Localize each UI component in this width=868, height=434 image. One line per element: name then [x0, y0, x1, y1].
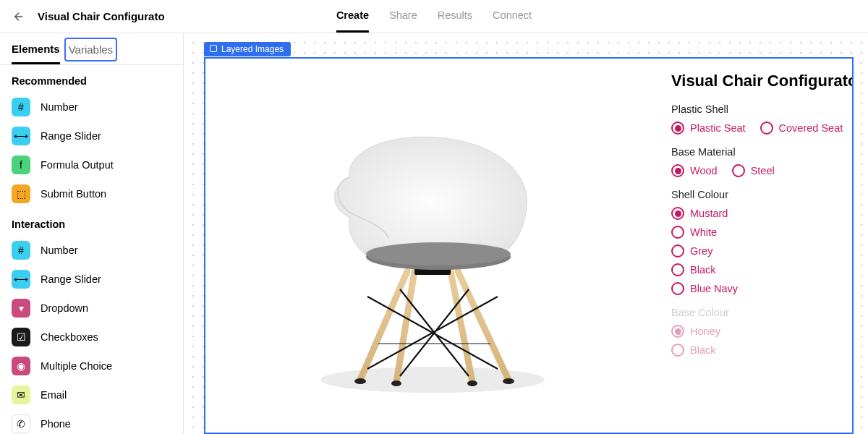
element-item-multiple-choice[interactable]: ◉Multiple Choice	[12, 352, 171, 380]
option-label: Steel	[751, 165, 775, 176]
option-group-title: Plastic Shell	[671, 103, 845, 115]
page-title-input[interactable]	[38, 10, 182, 22]
side-tabs: ElementsVariables	[0, 33, 183, 65]
radio-icon	[671, 244, 684, 258]
element-item-submit-button[interactable]: ⬚Submit Button	[12, 179, 171, 208]
option-label: Plastic Seat	[690, 122, 746, 134]
side-tab-elements[interactable]: Elements	[12, 43, 60, 64]
number-icon: #	[12, 241, 30, 260]
back-button[interactable]	[9, 7, 29, 27]
element-label: Formula Output	[41, 159, 114, 171]
radio-icon	[671, 263, 684, 276]
option-group-shell-colour: Shell ColourMustardWhiteGreyBlackBlue Na…	[671, 189, 845, 295]
range-slider-icon: ⟷	[12, 270, 30, 289]
radio-icon	[671, 282, 684, 295]
element-label: Number	[41, 101, 78, 113]
multiple-choice-icon: ◉	[12, 357, 30, 375]
radio-icon	[671, 344, 684, 357]
svg-point-5	[354, 378, 366, 384]
config-panel: Visual Chair Configurator Plastic ShellP…	[660, 59, 852, 433]
radio-icon	[760, 122, 773, 135]
option-wood[interactable]: Wood	[671, 164, 718, 177]
submit-button-icon: ⬚	[12, 184, 30, 203]
option-label: Mustard	[690, 208, 728, 219]
element-item-email[interactable]: ✉Email	[12, 380, 171, 409]
config-title: Visual Chair Configurator	[671, 72, 845, 90]
element-item-range-slider[interactable]: ⟷Range Slider	[12, 265, 171, 294]
frame-label[interactable]: Layered Images	[204, 42, 291, 56]
element-label: Email	[41, 389, 67, 401]
element-item-checkboxes[interactable]: ☑Checkboxes	[12, 323, 171, 352]
option-black[interactable]: Black	[671, 344, 845, 357]
svg-point-11	[366, 242, 511, 265]
option-label: Honey	[690, 326, 720, 337]
element-label: Multiple Choice	[41, 360, 112, 372]
option-label: Wood	[690, 165, 718, 176]
checkboxes-icon: ☑	[12, 328, 30, 346]
option-label: Black	[690, 264, 715, 276]
section-title: Recommended	[0, 65, 183, 93]
main: ElementsVariables Recommended#Number⟷Ran…	[0, 33, 868, 434]
element-item-range-slider[interactable]: ⟷Range Slider	[12, 122, 171, 150]
option-blue-navy[interactable]: Blue Navy	[671, 282, 845, 295]
option-black[interactable]: Black	[671, 263, 845, 276]
arrow-left-icon	[12, 10, 25, 23]
canvas-frame[interactable]: Layered Images	[204, 57, 854, 434]
phone-icon: ✆	[12, 414, 30, 433]
number-icon: #	[12, 98, 30, 116]
element-item-formula-output[interactable]: fFormula Output	[12, 150, 171, 179]
canvas-area[interactable]: Layered Images	[184, 33, 868, 434]
element-item-number[interactable]: #Number	[12, 236, 171, 265]
radio-icon	[732, 164, 745, 177]
option-white[interactable]: White	[671, 226, 845, 239]
element-item-number[interactable]: #Number	[12, 93, 171, 122]
element-label: Range Slider	[41, 273, 101, 285]
svg-point-8	[467, 380, 477, 386]
element-label: Dropdown	[41, 302, 88, 314]
radio-icon	[671, 207, 684, 220]
option-group-base-material: Base MaterialWoodSteel	[671, 146, 845, 177]
radio-icon	[671, 122, 684, 135]
option-honey[interactable]: Honey	[671, 325, 845, 338]
element-label: Submit Button	[41, 188, 106, 200]
option-group-plastic-shell: Plastic ShellPlastic SeatCovered Seat	[671, 103, 845, 135]
nav-tab-create[interactable]: Create	[336, 0, 369, 33]
option-label: White	[690, 226, 717, 238]
option-mustard[interactable]: Mustard	[671, 207, 845, 220]
email-icon: ✉	[12, 386, 30, 404]
nav-tabs: CreateShareResultsConnect	[336, 0, 532, 33]
option-plastic-seat[interactable]: Plastic Seat	[671, 122, 746, 135]
radio-icon	[671, 164, 684, 177]
radio-icon	[671, 226, 684, 239]
option-label: Covered Seat	[779, 122, 843, 134]
layers-icon	[210, 45, 217, 52]
element-label: Range Slider	[41, 130, 101, 142]
nav-tab-results[interactable]: Results	[438, 0, 472, 33]
element-label: Phone	[41, 418, 71, 430]
radio-icon	[671, 325, 684, 338]
topbar: CreateShareResultsConnect	[0, 0, 868, 33]
element-item-dropdown[interactable]: ▾Dropdown	[12, 294, 171, 323]
option-grey[interactable]: Grey	[671, 244, 845, 258]
svg-point-6	[503, 378, 514, 384]
side-tab-variables[interactable]: Variables	[64, 38, 117, 61]
option-steel[interactable]: Steel	[732, 164, 775, 177]
chair-image	[281, 94, 584, 398]
option-group-title: Base Material	[671, 146, 845, 158]
element-label: Checkboxes	[41, 331, 98, 343]
nav-tab-connect[interactable]: Connect	[493, 0, 532, 33]
option-group-title: Shell Colour	[671, 189, 845, 200]
svg-point-7	[391, 380, 401, 386]
range-slider-icon: ⟷	[12, 127, 30, 145]
frame-label-text: Layered Images	[221, 44, 284, 54]
section-title: Interaction	[0, 208, 183, 236]
sidebar: ElementsVariables Recommended#Number⟷Ran…	[0, 33, 184, 434]
option-label: Blue Navy	[690, 283, 738, 294]
element-item-phone[interactable]: ✆Phone	[12, 409, 171, 434]
chair-viewport	[205, 59, 660, 433]
dropdown-icon: ▾	[12, 299, 30, 318]
option-label: Grey	[690, 245, 712, 257]
nav-tab-share[interactable]: Share	[389, 0, 417, 33]
option-covered-seat[interactable]: Covered Seat	[760, 122, 843, 135]
option-group-title: Base Colour	[671, 307, 845, 318]
